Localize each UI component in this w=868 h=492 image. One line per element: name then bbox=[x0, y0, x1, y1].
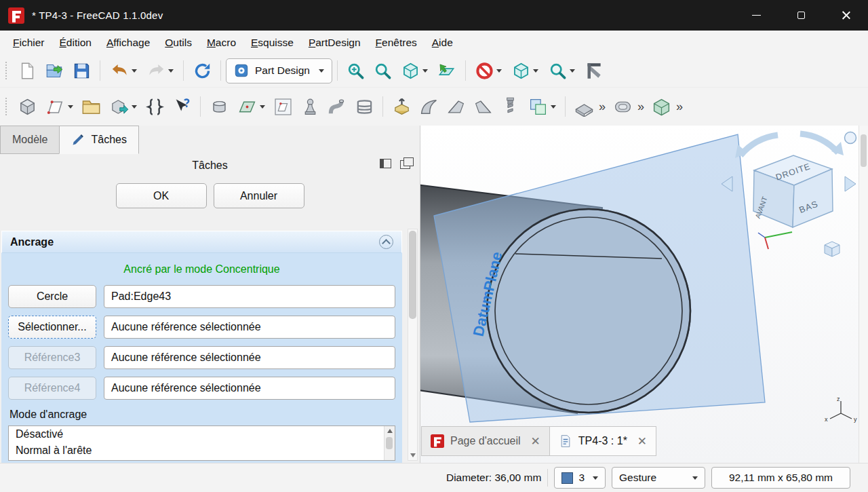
toolbar-grip[interactable] bbox=[5, 62, 9, 79]
toolbar-separator bbox=[465, 60, 466, 81]
scrollbar-thumb[interactable] bbox=[861, 134, 867, 167]
scrollbar-thumb[interactable] bbox=[409, 231, 416, 319]
groove-button[interactable] bbox=[442, 93, 469, 120]
reference3-field[interactable]: Aucune référence sélectionnée bbox=[104, 346, 395, 369]
revolution-button[interactable] bbox=[296, 93, 323, 120]
redo-button[interactable] bbox=[142, 57, 178, 84]
tasks-header: Tâches bbox=[0, 154, 420, 177]
window-title: * TP4-3 - FreeCAD 1.1.0dev bbox=[32, 10, 163, 21]
menu-macro[interactable]: Macro bbox=[199, 33, 243, 52]
zoom-in-button[interactable] bbox=[342, 57, 370, 84]
reference1-field[interactable]: Pad:Edge43 bbox=[104, 285, 395, 308]
document-tabs: Page d'accueil ✕ TP4-3 : 1* ✕ bbox=[421, 426, 656, 456]
3d-view[interactable]: DatumPlane DROITE BAS AVANT bbox=[420, 126, 868, 463]
boolean-button[interactable] bbox=[524, 93, 560, 120]
menu-outils[interactable]: Outils bbox=[157, 33, 199, 52]
attachment-section-header[interactable]: Ancrage bbox=[1, 231, 402, 253]
menu-partdesign[interactable]: PartDesign bbox=[301, 33, 368, 52]
toolbar-overflow-icon[interactable]: » bbox=[637, 100, 644, 114]
measure-button[interactable] bbox=[580, 57, 608, 84]
close-tab-icon[interactable]: ✕ bbox=[531, 436, 540, 447]
attachment-section-body: Ancré par le mode Concentrique Cercle Pa… bbox=[1, 253, 402, 463]
pocket-button[interactable] bbox=[415, 93, 442, 120]
undo-button[interactable] bbox=[105, 57, 142, 84]
subtractive-helix-icon bbox=[500, 97, 520, 117]
create-sketch-button[interactable] bbox=[41, 93, 77, 120]
pad-icon bbox=[392, 97, 412, 117]
maximize-button[interactable] bbox=[778, 0, 823, 31]
fillet-button[interactable] bbox=[570, 93, 597, 120]
pad-button[interactable] bbox=[388, 93, 415, 120]
navcube-circle-icon bbox=[845, 132, 856, 144]
expression-button[interactable] bbox=[141, 93, 168, 120]
scroll-up-icon[interactable] bbox=[387, 429, 393, 433]
view-style-button[interactable] bbox=[507, 57, 544, 84]
additive-helix-button[interactable] bbox=[351, 93, 378, 120]
zoom-all-button[interactable] bbox=[370, 57, 397, 84]
attachment-status: Ancré par le mode Concentrique bbox=[8, 263, 395, 276]
collapse-section-icon[interactable] bbox=[379, 235, 393, 249]
attachment-mode-label: Mode d'ancrage bbox=[9, 409, 394, 421]
panel-scrollbar[interactable] bbox=[408, 229, 418, 461]
map-sketch-button[interactable] bbox=[269, 93, 296, 120]
axonometric-view-button[interactable] bbox=[397, 57, 433, 84]
scrollbar-thumb[interactable] bbox=[386, 437, 393, 449]
open-folder-icon bbox=[45, 62, 64, 80]
toolbar-separator bbox=[183, 60, 184, 81]
create-group-button[interactable] bbox=[77, 93, 104, 120]
toolbar-overflow-icon[interactable]: » bbox=[676, 100, 683, 114]
menu-esquisse[interactable]: Esquisse bbox=[243, 33, 301, 52]
toolbar-grip[interactable] bbox=[5, 98, 9, 115]
toolbar-overflow-icon[interactable]: » bbox=[599, 100, 606, 114]
subtractive-helix-button[interactable] bbox=[496, 93, 524, 120]
draw-style-selector[interactable]: 3 bbox=[554, 467, 606, 489]
menu-edition[interactable]: Édition bbox=[52, 33, 99, 52]
fit-selection-button[interactable] bbox=[433, 57, 460, 84]
menu-fenetres[interactable]: Fenêtres bbox=[368, 33, 425, 52]
float-panel-icon[interactable] bbox=[400, 160, 410, 169]
menu-affichage[interactable]: Affichage bbox=[99, 33, 157, 52]
tab-tp4-3[interactable]: TP4-3 : 1* ✕ bbox=[549, 426, 656, 456]
cancel-button[interactable]: Annuler bbox=[214, 183, 304, 208]
list-item[interactable]: Normal à l'arête bbox=[9, 442, 383, 459]
subtractive-pipe-button[interactable] bbox=[469, 93, 496, 120]
reference2-button[interactable]: Sélectionner... bbox=[8, 316, 96, 339]
additive-pipe-button[interactable] bbox=[323, 93, 351, 120]
zoom-tools-button[interactable] bbox=[544, 57, 580, 84]
refresh-button[interactable] bbox=[189, 57, 216, 84]
axis-y-label: y bbox=[854, 416, 857, 423]
navigation-style-selector[interactable]: Gesture bbox=[612, 467, 705, 489]
reference4-field[interactable]: Aucune référence sélectionnée bbox=[104, 377, 395, 400]
create-body-button[interactable] bbox=[205, 93, 233, 120]
menu-fichier[interactable]: Fichier bbox=[5, 33, 52, 52]
workbench-selector[interactable]: Part Design bbox=[226, 58, 332, 83]
reference1-button[interactable]: Cercle bbox=[8, 285, 96, 308]
list-scrollbar[interactable] bbox=[384, 426, 395, 460]
shapebinder-button[interactable] bbox=[648, 93, 675, 120]
minimize-button[interactable] bbox=[734, 0, 778, 31]
whats-this-button[interactable] bbox=[168, 93, 195, 120]
open-button[interactable] bbox=[41, 57, 68, 84]
viewport-scrollbar[interactable] bbox=[859, 126, 868, 463]
dock-panel-icon[interactable] bbox=[380, 159, 391, 168]
close-tab-icon[interactable]: ✕ bbox=[637, 436, 647, 447]
new-document-button[interactable] bbox=[14, 57, 41, 84]
redo-icon bbox=[147, 62, 165, 80]
close-button[interactable] bbox=[823, 0, 868, 31]
reference2-field[interactable]: Aucune référence sélectionnée bbox=[104, 316, 395, 339]
scroll-down-icon[interactable] bbox=[410, 453, 416, 457]
make-link-button[interactable] bbox=[104, 93, 141, 120]
menu-aide[interactable]: Aide bbox=[425, 33, 460, 52]
ok-button[interactable]: OK bbox=[116, 183, 207, 208]
tab-taches[interactable]: Tâches bbox=[59, 126, 138, 154]
part-design-workbench-icon bbox=[234, 63, 249, 78]
list-item[interactable]: Désactivé bbox=[9, 426, 383, 442]
save-button[interactable] bbox=[68, 57, 95, 84]
tab-page-accueil[interactable]: Page d'accueil ✕ bbox=[421, 426, 550, 456]
reference-row: Cercle Pad:Edge43 bbox=[8, 285, 395, 308]
create-part-button[interactable] bbox=[14, 93, 41, 120]
create-datum-button[interactable] bbox=[233, 93, 269, 120]
tab-modele[interactable]: Modèle bbox=[0, 126, 60, 154]
clipping-plane-button[interactable] bbox=[471, 57, 507, 84]
chamfer-button[interactable] bbox=[609, 93, 636, 120]
